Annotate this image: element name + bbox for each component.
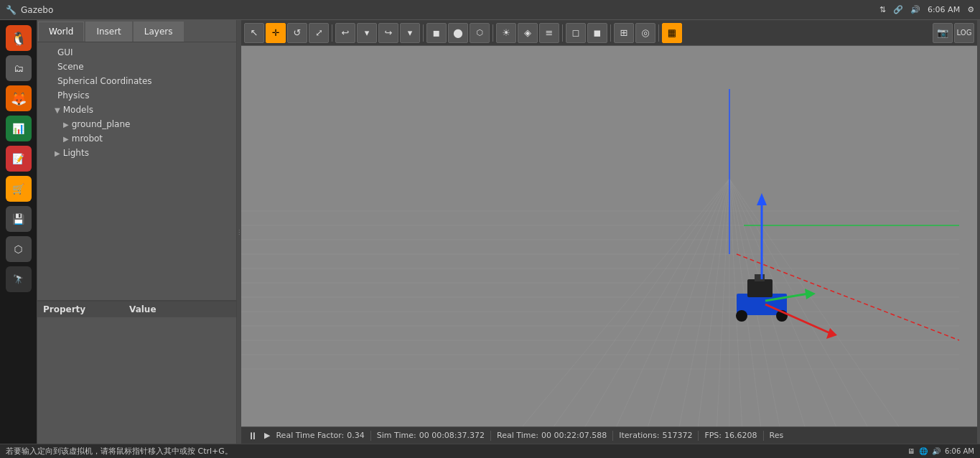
tool-sphere[interactable]: ● xyxy=(448,23,468,43)
real-time: Real Time: 00 00:22:07.588 xyxy=(497,431,607,440)
tool-dir-light[interactable]: ≡ xyxy=(539,23,559,43)
statusbar: ⏸ ▶ Real Time Factor: 0.34 Sim Time: 00 … xyxy=(241,426,977,444)
tree-item-models[interactable]: ▼ Models xyxy=(37,103,236,117)
tool-align[interactable]: ⊞ xyxy=(614,23,634,43)
toolbar: ↖ ✛ ↺ ⤢ ↩ ▾ ↪ ▾ ▪ ● ⬡ ☀ ◈ ≡ xyxy=(241,20,977,46)
tree-item-mrobot[interactable]: ▶ mrobot xyxy=(37,131,236,146)
world-tree: GUI Scene Spherical Coordinates Physics … xyxy=(37,42,236,300)
bottom-message: 若要输入定向到该虚拟机，请将鼠标指针移入其中或按 Ctrl+G。 xyxy=(6,446,233,457)
edit-tools: ◻ ◼ xyxy=(566,23,607,43)
grid-tools: ▦ xyxy=(662,23,682,43)
bottom-bar: 若要输入定向到该虚拟机，请将鼠标指针移入其中或按 Ctrl+G。 🖥 🌐 🔊 6… xyxy=(0,444,980,458)
tray-icon-1: 🖥 xyxy=(907,447,915,455)
sim-time-label: Sim Time: xyxy=(377,431,416,440)
tree-arrow-lights: ▶ xyxy=(55,149,60,157)
status-sep1 xyxy=(370,431,371,441)
pause-button[interactable]: ⏸ xyxy=(247,430,258,441)
select-tools: ↖ ✛ ↺ ⤢ xyxy=(244,23,329,43)
value-col-header: Value xyxy=(129,304,230,314)
sep3 xyxy=(493,24,493,42)
app-icon-small: 🔧 xyxy=(6,5,17,15)
settings-icon: ⚙ xyxy=(967,5,974,14)
status-sep2 xyxy=(490,431,491,441)
tree-arrow-models: ▼ xyxy=(55,106,60,114)
tree-item-scene[interactable]: Scene xyxy=(37,60,236,74)
window-title: Gazebo xyxy=(21,5,53,15)
iterations-value: 517372 xyxy=(662,431,692,440)
tool-redo[interactable]: ↪ xyxy=(378,23,398,43)
tool-paste[interactable]: ◼ xyxy=(587,23,607,43)
tree-label-lights: Lights xyxy=(63,148,89,158)
tool-redo-arrow[interactable]: ▾ xyxy=(400,23,420,43)
tool-translate[interactable]: ✛ xyxy=(266,23,286,43)
tool-undo-arrow[interactable]: ▾ xyxy=(357,23,377,43)
tool-point-light[interactable]: ☀ xyxy=(496,23,516,43)
world-panel: World Insert Layers GUI Scene Spherical … xyxy=(37,20,237,444)
tool-cylinder[interactable]: ⬡ xyxy=(470,23,490,43)
rtf-value: 0.34 xyxy=(347,431,365,440)
tray-icon-3: 🔊 xyxy=(932,447,941,455)
status-sep5 xyxy=(763,431,764,441)
app-icon-amazon[interactable]: 🛒 xyxy=(6,176,32,202)
sep1 xyxy=(332,24,332,42)
app-icon-calc[interactable]: 📊 xyxy=(6,116,32,141)
grid-svg xyxy=(241,46,977,426)
tool-spot-light[interactable]: ◈ xyxy=(518,23,538,43)
real-time-label: Real Time: xyxy=(497,431,538,440)
sep6 xyxy=(658,24,659,42)
tool-select[interactable]: ↖ xyxy=(244,23,264,43)
tab-insert[interactable]: Insert xyxy=(85,22,131,42)
tool-rotate[interactable]: ↺ xyxy=(287,23,307,43)
sim-time: Sim Time: 00 00:08:37.372 xyxy=(377,431,485,440)
tool-copy[interactable]: ◻ xyxy=(566,23,586,43)
tree-label-scene: Scene xyxy=(57,62,84,72)
tool-box[interactable]: ▪ xyxy=(426,23,447,43)
tab-layers[interactable]: Layers xyxy=(134,22,184,42)
property-panel: Property Value xyxy=(37,300,236,444)
tool-grid[interactable]: ▦ xyxy=(662,23,682,43)
tool-snap[interactable]: ◎ xyxy=(635,23,655,43)
tray-icon-2: 🌐 xyxy=(919,447,928,455)
sep4 xyxy=(562,24,563,42)
rtf-label: Real Time Factor: xyxy=(276,431,344,440)
sim-time-value: 00 00:08:37.372 xyxy=(419,431,485,440)
system-icons: ⇅ 🔗 🔊 6:06 AM ⚙ xyxy=(879,5,974,14)
tree-item-gui[interactable]: GUI xyxy=(37,45,236,60)
right-resize-handle[interactable] xyxy=(977,20,980,444)
volume-icon: 🔊 xyxy=(910,5,920,14)
tree-label-models: Models xyxy=(63,105,93,115)
res-label: Res xyxy=(770,431,784,440)
tree-item-lights[interactable]: ▶ Lights xyxy=(37,146,236,160)
tree-label-physics: Physics xyxy=(57,90,89,101)
iterations-label: Iterations: xyxy=(619,431,659,440)
tool-log[interactable]: LOG xyxy=(954,23,974,43)
svg-point-35 xyxy=(736,310,747,322)
sep5 xyxy=(610,24,611,42)
world-tabs: World Insert Layers xyxy=(37,20,236,42)
tree-item-spherical[interactable]: Spherical Coordinates xyxy=(37,74,236,88)
real-time-value: 00 00:22:07.588 xyxy=(541,431,607,440)
status-sep3 xyxy=(612,431,613,441)
tool-scale[interactable]: ⤢ xyxy=(309,23,329,43)
viewport: ↖ ✛ ↺ ⤢ ↩ ▾ ↪ ▾ ▪ ● ⬡ ☀ ◈ ≡ xyxy=(241,20,977,444)
shape-tools: ▪ ● ⬡ xyxy=(426,23,490,43)
fps-label: FPS: xyxy=(704,431,722,440)
viewport-canvas[interactable] xyxy=(241,46,977,426)
tab-world[interactable]: World xyxy=(38,22,84,42)
app-icon-rviz[interactable]: 🔭 xyxy=(6,266,32,292)
app-icon-ubuntu[interactable]: 🐧 xyxy=(6,25,32,51)
app-icon-gazebo[interactable]: ⬡ xyxy=(6,236,32,262)
app-icon-files[interactable]: 🗂 xyxy=(6,55,32,81)
app-icon-impress[interactable]: 📝 xyxy=(6,146,32,172)
tool-screenshot[interactable]: 📷 xyxy=(933,23,953,43)
tree-item-ground-plane[interactable]: ▶ ground_plane xyxy=(37,117,236,131)
tree-item-physics[interactable]: Physics xyxy=(37,88,236,103)
tree-arrow-ground: ▶ xyxy=(63,121,69,128)
iterations: Iterations: 517372 xyxy=(619,431,692,440)
app-icon-firefox[interactable]: 🦊 xyxy=(6,85,32,111)
tree-label-ground: ground_plane xyxy=(72,119,131,129)
status-sep4 xyxy=(698,431,699,441)
app-icon-drive[interactable]: 💾 xyxy=(6,206,32,232)
tool-undo[interactable]: ↩ xyxy=(335,23,355,43)
fps-value: 16.6208 xyxy=(724,431,757,440)
